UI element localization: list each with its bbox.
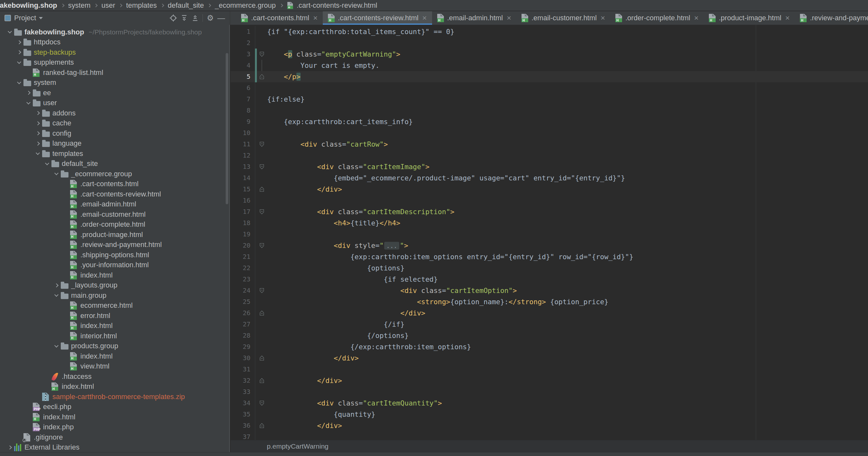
tree-row[interactable]: httpdocs [0,37,229,48]
editor-tab[interactable]: H.email-admin.html× [432,11,517,25]
editor-line[interactable]: 16 [230,195,868,206]
code-text[interactable]: </p> [267,71,301,82]
tab-close-button[interactable]: × [600,14,605,22]
chevron-right-icon[interactable] [26,91,31,95]
editor-line[interactable]: 37 [230,431,868,440]
editor-line[interactable]: 17 <div class="cartItemDescription"> [230,206,868,217]
code-text[interactable]: <strong>{option_name}:</strong> {option_… [267,296,608,307]
editor-line[interactable]: 32 </div> [230,375,868,386]
editor-tab[interactable]: H.review-and-payment.html× [795,11,868,25]
editor-line[interactable]: 24 <div class="cartItemOption"> [230,285,868,296]
editor-line[interactable]: 2 [230,37,868,49]
tree-row[interactable]: Hindex.html [0,270,229,280]
editor-line[interactable]: 5 </p> [230,71,868,82]
editor-line[interactable]: 18 <h4>{title}</h4> [230,217,868,229]
code-text[interactable]: <div class="cartItemImage"> [267,161,430,172]
tree-row[interactable]: PHPindex.php [0,422,229,432]
tree-row[interactable]: _layouts.group [0,280,229,291]
tree-row[interactable]: default_site [0,159,229,169]
chevron-right-icon[interactable] [54,283,59,287]
tab-close-button[interactable]: × [694,14,699,22]
editor-line[interactable]: 19 [230,229,868,240]
fold-end-icon[interactable] [259,423,265,428]
editor-line[interactable]: 33 [230,386,868,397]
tree-row[interactable]: H.email-customer.html [0,209,229,220]
tree-row[interactable]: Hindex.html [0,321,229,331]
editor-line[interactable]: 7{if:else} [230,94,868,105]
editor-line[interactable]: 20 <div style="..."> [230,240,868,251]
code-text[interactable]: <div class="cartItemDescription"> [267,206,455,217]
tree-row[interactable]: PHPeecli.php [0,402,229,412]
tree-row[interactable]: language [0,139,229,149]
editor-line[interactable]: 15 </div> [230,184,868,195]
code-text[interactable]: {exp:cartthrob:cart_items_info} [267,116,413,127]
tree-row[interactable]: _ecommerce.group [0,169,229,179]
tree-row[interactable]: templates [0,149,229,159]
code-text[interactable] [267,127,267,139]
tree-row[interactable]: fakebowling.shop~/PhpstormProjects/fakeb… [0,27,229,37]
fold-end-icon[interactable] [259,378,265,383]
editor-line[interactable]: 12 [230,150,868,161]
collapse-all-button[interactable] [190,12,200,24]
tree-row[interactable]: supplements [0,58,229,68]
editor-line[interactable]: 25 <strong>{option_name}:</strong> {opti… [230,296,868,307]
code-text[interactable] [267,364,267,375]
tree-row[interactable]: Hindex.html [0,382,229,392]
tree-row[interactable]: step-backups [0,47,229,58]
code-text[interactable]: {if "{exp:cartthrob:total_items_count}" … [267,26,454,37]
editor-line[interactable]: 31 [230,364,868,375]
code-text[interactable]: <div class="cartItemOption"> [267,285,517,296]
code-text[interactable]: {if:else} [267,94,305,105]
tree-row[interactable]: Hranked-tag-list.html [0,67,229,78]
editor-line[interactable]: 9 {exp:cartthrob:cart_items_info} [230,116,868,127]
code-text[interactable]: </div> [267,420,342,431]
chevron-right-icon[interactable] [36,131,40,135]
fold-end-icon[interactable] [259,74,265,80]
editor-line[interactable]: 10 [230,127,868,139]
editor-line[interactable]: 13 <div class="cartItemImage"> [230,161,868,172]
fold-end-icon[interactable] [259,186,265,192]
tree-row[interactable]: External Libraries [0,443,229,453]
editor-tab[interactable]: H.order-complete.html× [610,11,704,25]
fold-start-icon[interactable] [259,142,265,147]
code-text[interactable]: </div> [267,353,359,364]
code-text[interactable] [267,431,267,440]
chevron-down-icon[interactable] [17,80,21,84]
editor-line[interactable]: 1{if "{exp:cartthrob:total_items_count}"… [230,26,868,37]
fold-start-icon[interactable] [259,209,265,214]
tree-row[interactable]: H.order-complete.html [0,220,229,230]
editor-tab[interactable]: H.product-image.html× [704,11,795,25]
chevron-right-icon[interactable] [36,121,40,125]
fold-start-icon[interactable] [259,52,265,57]
editor-line[interactable]: 23 {if selected} [230,274,868,285]
chevron-down-icon[interactable] [54,171,59,175]
chevron-right-icon[interactable] [17,50,21,54]
code-text[interactable] [267,82,267,94]
fold-end-icon[interactable] [259,355,265,361]
editor-line[interactable]: 8 [230,105,868,116]
code-text[interactable]: Your cart is empty. [267,60,380,71]
code-text[interactable] [267,105,267,116]
chevron-down-icon[interactable] [45,161,49,165]
tree-row[interactable]: products.group [0,341,229,352]
code-text[interactable]: </div> [267,184,342,195]
code-text[interactable]: <p class="emptyCartWarning"> [267,49,400,60]
chevron-down-icon[interactable] [39,17,43,19]
code-text[interactable]: <div style="..."> [267,240,408,251]
code-text[interactable]: {/options} [267,330,409,341]
editor-line[interactable]: 28 {/options} [230,330,868,341]
tree-row[interactable]: Hindex.html [0,351,229,361]
tree-row[interactable]: config [0,128,229,139]
code-text[interactable]: <div class="cartRow"> [267,139,388,150]
tree-scrollbar[interactable] [226,53,228,204]
chevron-down-icon[interactable] [54,293,59,297]
code-text[interactable] [267,229,267,240]
chevron-down-icon[interactable] [17,60,21,64]
editor-line[interactable]: 22 {options} [230,263,868,274]
fold-start-icon[interactable] [259,400,265,406]
code-text[interactable] [267,37,267,49]
tab-close-button[interactable]: × [785,14,789,22]
tree-row[interactable]: Hview.html [0,361,229,372]
tree-row[interactable]: Herror.html [0,311,229,321]
code-text[interactable]: <div class="cartItemQuantity"> [267,397,442,409]
